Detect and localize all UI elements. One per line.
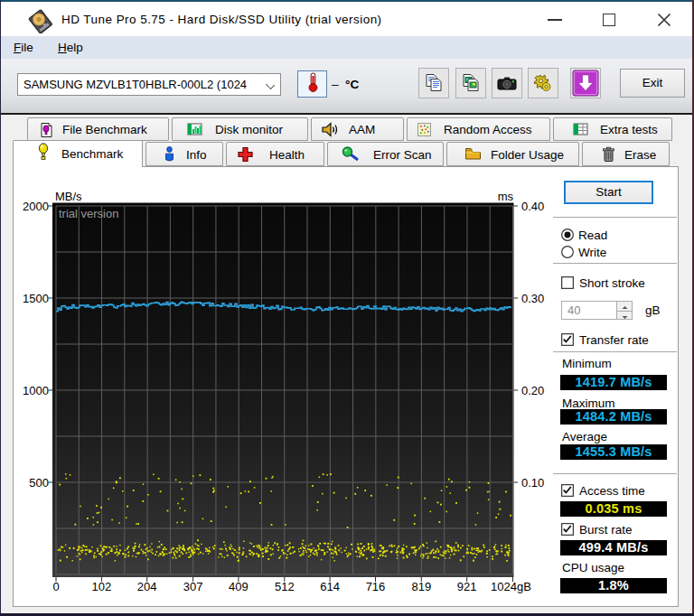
svg-text:0.10: 0.10: [521, 476, 544, 490]
svg-text:2000: 2000: [23, 200, 49, 213]
svg-text:1000: 1000: [23, 384, 49, 397]
svg-text:204: 204: [137, 580, 157, 593]
svg-text:trial version: trial version: [59, 207, 118, 220]
svg-text:512: 512: [275, 580, 295, 593]
svg-text:716: 716: [366, 580, 386, 593]
svg-text:ms: ms: [498, 190, 514, 203]
svg-text:1500: 1500: [23, 292, 49, 305]
svg-text:614: 614: [320, 580, 340, 593]
svg-text:0.30: 0.30: [521, 292, 544, 305]
svg-text:819: 819: [411, 580, 431, 593]
svg-text:1024gB: 1024gB: [491, 580, 531, 593]
svg-text:500: 500: [29, 476, 49, 490]
svg-text:0.20: 0.20: [521, 384, 544, 397]
svg-text:409: 409: [229, 580, 249, 593]
svg-text:102: 102: [92, 580, 112, 593]
svg-text:307: 307: [183, 580, 203, 593]
svg-text:0.40: 0.40: [521, 200, 544, 213]
svg-text:921: 921: [457, 580, 477, 593]
svg-text:0: 0: [52, 580, 59, 593]
svg-text:MB/s: MB/s: [55, 190, 82, 203]
